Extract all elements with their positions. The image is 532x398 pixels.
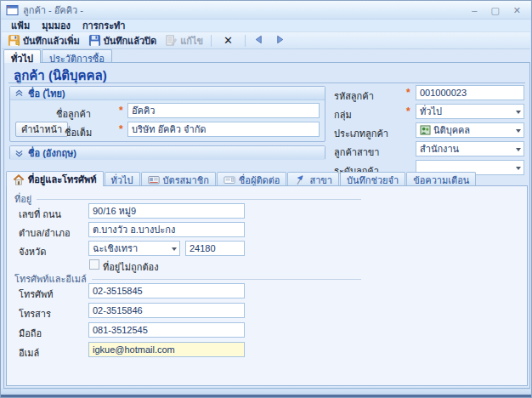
save-and-new-label: บันทึกแล้วเพิ่ม: [23, 33, 80, 48]
chevron-down-icon: [516, 167, 521, 170]
save-and-new-button[interactable]: บันทึกแล้วเพิ่ม: [4, 32, 83, 49]
customer-branch-label: ลูกค้าสาขา: [334, 145, 380, 160]
group-value: ทั่วไป: [420, 104, 442, 119]
address-phone-tab-page: ที่อยู่ เลขที่ ถนน ตำบล/อำเภอ จังหวัด ฉะ…: [6, 185, 528, 386]
tab-address-phone-label: ที่อยู่และโทรศัพท์: [28, 172, 97, 187]
english-name-group-header[interactable]: ชื่อ (อังกฤษ): [10, 146, 325, 160]
arrow-left-icon: [253, 34, 266, 47]
district-label: ตำบล/อำเภอ: [19, 225, 71, 241]
invalid-address-checkbox[interactable]: [89, 259, 99, 270]
customer-type-combobox[interactable]: นิติบุคคล: [416, 122, 524, 138]
save-add-icon: [8, 34, 20, 47]
address-section-title: ที่อยู่: [14, 191, 31, 207]
group-required-marker: *: [406, 105, 410, 117]
arrow-right-icon: [274, 34, 287, 47]
window-title: ลูกค้า - อ๊คคิว -: [23, 3, 83, 18]
tab-general[interactable]: ทั่วไป: [3, 49, 41, 63]
save-and-close-label: บันทึกแล้วปิด: [104, 33, 157, 48]
address-line-input[interactable]: [88, 203, 245, 219]
menu-file[interactable]: แฟ้ม: [5, 18, 36, 33]
save-and-close-button[interactable]: บันทึกแล้วปิด: [85, 32, 161, 49]
address-line-label: เลขที่ ถนน: [19, 207, 61, 222]
customer-branch-value: สำนักงาน: [420, 141, 459, 156]
tab-warning-message[interactable]: ข้อความเตือน: [406, 172, 476, 186]
section-rule: [92, 279, 361, 280]
full-name-required-marker: *: [119, 123, 123, 135]
province-label: จังหวัด: [19, 244, 46, 259]
tab-contact-names[interactable]: ชื่อผู้ติดต่อ: [217, 172, 287, 186]
english-name-group-title: ชื่อ (อังกฤษ): [28, 145, 76, 161]
page-title-rule: [8, 82, 525, 83]
chevron-down-icon: [516, 129, 521, 133]
detail-tabstrip: ที่อยู่และโทรศัพท์ ทั่วไป บัตรสมาชิก: [6, 171, 477, 186]
menu-actions[interactable]: การกระทำ: [76, 18, 132, 33]
phone-section-title: โทรศัพท์และอีเมล์: [14, 271, 87, 287]
toolbar-separator: [245, 35, 246, 47]
expand-icon: [15, 150, 23, 157]
content-area: ลูกค้า (นิติบุคคล) ชื่อ (ไทย) ชื่อลูกค้า…: [3, 62, 530, 389]
customer-window: ลูกค้า - อ๊คคิว - – ▢ ✕ แฟ้ม มุมมอง การก…: [0, 0, 532, 398]
district-input[interactable]: [88, 222, 245, 237]
fax-input[interactable]: [88, 303, 245, 318]
home-icon: [13, 174, 25, 185]
tab-memo[interactable]: บันทึกช่วยจำ: [340, 172, 405, 186]
juristic-person-icon: [420, 125, 431, 135]
email-label: อีเมล์: [19, 345, 39, 361]
tab-address-phone[interactable]: ที่อยู่และโทรศัพท์: [6, 171, 104, 186]
chevron-down-icon: [516, 111, 521, 114]
group-label: กลุ่ม: [334, 107, 352, 122]
postal-code-input[interactable]: [185, 241, 245, 256]
prefix-button[interactable]: คำนำหน้า: [15, 122, 68, 137]
tab-member-card[interactable]: บัตรสมาชิก: [141, 172, 216, 186]
toolbar: บันทึกแล้วเพิ่ม บันทึกแล้วปิด: [2, 32, 530, 49]
tab-purchase-history[interactable]: ประวัติการซื้อ: [42, 49, 112, 63]
menubar: แฟ้ม มุมมอง การกระทำ: [2, 20, 530, 32]
customer-name-label: ชื่อลูกค้า: [56, 106, 91, 122]
customer-code-label: รหัสลูกค้า: [334, 88, 374, 104]
titlebar[interactable]: ลูกค้า - อ๊คคิว - – ▢ ✕: [1, 1, 531, 20]
phone-input[interactable]: [88, 283, 245, 298]
email-input[interactable]: [88, 342, 245, 357]
collapse-icon: [15, 89, 23, 97]
english-name-group: ชื่อ (อังกฤษ): [9, 145, 325, 160]
minimize-button[interactable]: –: [472, 4, 477, 16]
phone-label: โทรศัพท์: [19, 287, 54, 302]
flag-icon: [294, 174, 306, 185]
mobile-input[interactable]: [88, 322, 245, 338]
chevron-down-icon: [172, 247, 177, 251]
customer-type-label: ประเภทลูกค้า: [334, 126, 388, 141]
menu-view[interactable]: มุมมอง: [36, 18, 76, 33]
window-bottom-frame: [1, 389, 531, 397]
edit-button[interactable]: แก้ไข: [161, 32, 207, 49]
section-rule: [37, 199, 361, 200]
chevron-down-icon: [516, 148, 521, 151]
toolbar-separator: [211, 35, 212, 47]
main-tabstrip: ทั่วไป ประวัติการซื้อ: [3, 49, 529, 63]
edit-label: แก้ไข: [180, 33, 203, 48]
edit-icon: [165, 34, 178, 47]
full-name-input[interactable]: [127, 122, 320, 137]
previous-record-button[interactable]: [250, 33, 269, 48]
contact-card-icon: [224, 174, 235, 185]
customer-code-required-marker: *: [406, 87, 410, 99]
customer-code-input[interactable]: [416, 85, 524, 100]
province-combobox[interactable]: ฉะเชิงเทรา: [88, 241, 180, 256]
mobile-label: มือถือ: [19, 326, 42, 341]
group-combobox[interactable]: ทั่วไป: [416, 104, 524, 119]
tab-branch[interactable]: สาขา: [287, 172, 339, 186]
thai-name-group-title: ชื่อ (ไทย): [28, 86, 65, 101]
thai-name-group-header[interactable]: ชื่อ (ไทย): [10, 87, 325, 100]
thai-name-group: ชื่อ (ไทย) ชื่อลูกค้า * คำนำหน้า ชื่อเต็…: [9, 86, 325, 142]
close-button[interactable]: ✕: [513, 4, 521, 16]
province-value: ฉะเชิงเทรา: [93, 241, 138, 256]
maximize-button[interactable]: ▢: [490, 4, 499, 16]
member-card-icon: [148, 174, 160, 185]
full-name-label: ชื่อเต็ม: [65, 125, 92, 140]
customer-name-required-marker: *: [119, 105, 123, 117]
customer-name-input[interactable]: [127, 103, 320, 118]
delete-button[interactable]: ✕: [216, 33, 241, 48]
customer-branch-combobox[interactable]: สำนักงาน: [416, 141, 524, 156]
app-form-icon: [6, 4, 19, 16]
next-record-button[interactable]: [271, 33, 291, 48]
tab-detail-general[interactable]: ทั่วไป: [105, 172, 140, 186]
